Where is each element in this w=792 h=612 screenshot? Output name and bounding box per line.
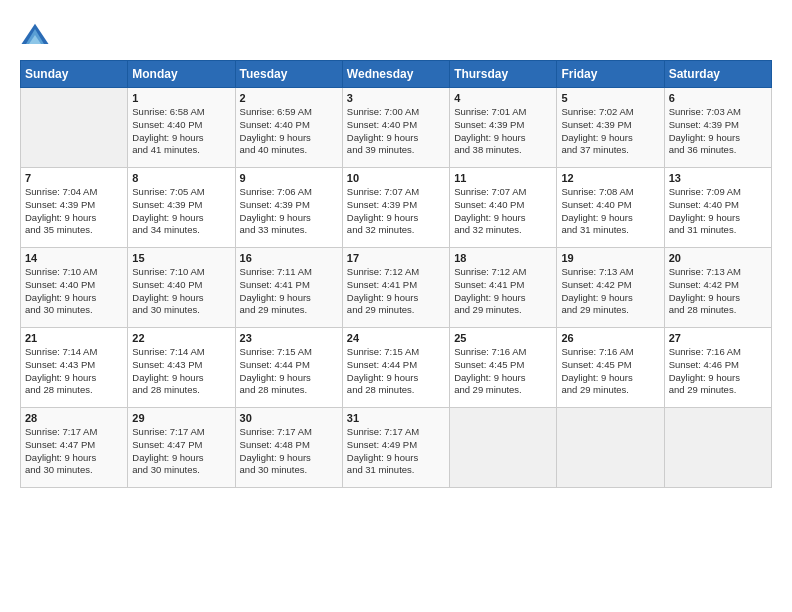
day-info: Sunrise: 7:09 AM Sunset: 4:40 PM Dayligh… [669,186,767,237]
day-info: Sunrise: 7:17 AM Sunset: 4:47 PM Dayligh… [132,426,230,477]
calendar-day-cell: 2Sunrise: 6:59 AM Sunset: 4:40 PM Daylig… [235,88,342,168]
day-info: Sunrise: 7:05 AM Sunset: 4:39 PM Dayligh… [132,186,230,237]
day-info: Sunrise: 7:15 AM Sunset: 4:44 PM Dayligh… [240,346,338,397]
day-number: 1 [132,92,230,104]
day-number: 9 [240,172,338,184]
day-number: 4 [454,92,552,104]
calendar-day-cell: 25Sunrise: 7:16 AM Sunset: 4:45 PM Dayli… [450,328,557,408]
day-number: 30 [240,412,338,424]
day-number: 22 [132,332,230,344]
day-number: 25 [454,332,552,344]
day-of-week-header: Tuesday [235,61,342,88]
day-info: Sunrise: 7:01 AM Sunset: 4:39 PM Dayligh… [454,106,552,157]
calendar-day-cell: 9Sunrise: 7:06 AM Sunset: 4:39 PM Daylig… [235,168,342,248]
day-number: 2 [240,92,338,104]
day-number: 11 [454,172,552,184]
day-info: Sunrise: 7:10 AM Sunset: 4:40 PM Dayligh… [25,266,123,317]
day-of-week-header: Saturday [664,61,771,88]
day-info: Sunrise: 7:06 AM Sunset: 4:39 PM Dayligh… [240,186,338,237]
day-number: 27 [669,332,767,344]
day-number: 16 [240,252,338,264]
day-info: Sunrise: 6:59 AM Sunset: 4:40 PM Dayligh… [240,106,338,157]
day-number: 21 [25,332,123,344]
calendar-day-cell: 12Sunrise: 7:08 AM Sunset: 4:40 PM Dayli… [557,168,664,248]
calendar-day-cell: 18Sunrise: 7:12 AM Sunset: 4:41 PM Dayli… [450,248,557,328]
day-number: 20 [669,252,767,264]
calendar-day-cell: 10Sunrise: 7:07 AM Sunset: 4:39 PM Dayli… [342,168,449,248]
calendar-day-cell: 17Sunrise: 7:12 AM Sunset: 4:41 PM Dayli… [342,248,449,328]
day-number: 31 [347,412,445,424]
calendar-day-cell: 3Sunrise: 7:00 AM Sunset: 4:40 PM Daylig… [342,88,449,168]
day-of-week-header: Friday [557,61,664,88]
page-header [20,20,772,50]
calendar-day-cell: 26Sunrise: 7:16 AM Sunset: 4:45 PM Dayli… [557,328,664,408]
day-of-week-header: Monday [128,61,235,88]
calendar-week-row: 1Sunrise: 6:58 AM Sunset: 4:40 PM Daylig… [21,88,772,168]
calendar-week-row: 14Sunrise: 7:10 AM Sunset: 4:40 PM Dayli… [21,248,772,328]
calendar-day-cell: 20Sunrise: 7:13 AM Sunset: 4:42 PM Dayli… [664,248,771,328]
calendar-day-cell: 7Sunrise: 7:04 AM Sunset: 4:39 PM Daylig… [21,168,128,248]
logo [20,20,55,50]
calendar-day-cell: 16Sunrise: 7:11 AM Sunset: 4:41 PM Dayli… [235,248,342,328]
day-info: Sunrise: 7:11 AM Sunset: 4:41 PM Dayligh… [240,266,338,317]
day-info: Sunrise: 7:07 AM Sunset: 4:39 PM Dayligh… [347,186,445,237]
day-info: Sunrise: 7:17 AM Sunset: 4:48 PM Dayligh… [240,426,338,477]
day-number: 10 [347,172,445,184]
day-number: 7 [25,172,123,184]
logo-icon [20,20,50,50]
day-number: 12 [561,172,659,184]
day-info: Sunrise: 7:02 AM Sunset: 4:39 PM Dayligh… [561,106,659,157]
day-number: 26 [561,332,659,344]
calendar-day-cell: 30Sunrise: 7:17 AM Sunset: 4:48 PM Dayli… [235,408,342,488]
day-number: 24 [347,332,445,344]
calendar-header-row: SundayMondayTuesdayWednesdayThursdayFrid… [21,61,772,88]
calendar-day-cell: 23Sunrise: 7:15 AM Sunset: 4:44 PM Dayli… [235,328,342,408]
day-info: Sunrise: 7:15 AM Sunset: 4:44 PM Dayligh… [347,346,445,397]
day-number: 19 [561,252,659,264]
calendar-day-cell: 6Sunrise: 7:03 AM Sunset: 4:39 PM Daylig… [664,88,771,168]
day-info: Sunrise: 7:14 AM Sunset: 4:43 PM Dayligh… [25,346,123,397]
day-info: Sunrise: 7:12 AM Sunset: 4:41 PM Dayligh… [347,266,445,317]
calendar-table: SundayMondayTuesdayWednesdayThursdayFrid… [20,60,772,488]
day-info: Sunrise: 7:12 AM Sunset: 4:41 PM Dayligh… [454,266,552,317]
day-of-week-header: Wednesday [342,61,449,88]
page-container: SundayMondayTuesdayWednesdayThursdayFrid… [0,0,792,498]
day-of-week-header: Sunday [21,61,128,88]
day-info: Sunrise: 7:08 AM Sunset: 4:40 PM Dayligh… [561,186,659,237]
calendar-day-cell: 31Sunrise: 7:17 AM Sunset: 4:49 PM Dayli… [342,408,449,488]
calendar-day-cell: 19Sunrise: 7:13 AM Sunset: 4:42 PM Dayli… [557,248,664,328]
day-number: 15 [132,252,230,264]
day-info: Sunrise: 7:14 AM Sunset: 4:43 PM Dayligh… [132,346,230,397]
day-info: Sunrise: 7:13 AM Sunset: 4:42 PM Dayligh… [561,266,659,317]
calendar-week-row: 21Sunrise: 7:14 AM Sunset: 4:43 PM Dayli… [21,328,772,408]
calendar-day-cell: 14Sunrise: 7:10 AM Sunset: 4:40 PM Dayli… [21,248,128,328]
day-number: 6 [669,92,767,104]
day-number: 8 [132,172,230,184]
calendar-day-cell: 11Sunrise: 7:07 AM Sunset: 4:40 PM Dayli… [450,168,557,248]
day-number: 18 [454,252,552,264]
calendar-day-cell [21,88,128,168]
day-info: Sunrise: 7:10 AM Sunset: 4:40 PM Dayligh… [132,266,230,317]
day-number: 5 [561,92,659,104]
day-info: Sunrise: 7:17 AM Sunset: 4:47 PM Dayligh… [25,426,123,477]
day-info: Sunrise: 7:16 AM Sunset: 4:45 PM Dayligh… [454,346,552,397]
calendar-week-row: 28Sunrise: 7:17 AM Sunset: 4:47 PM Dayli… [21,408,772,488]
calendar-day-cell: 21Sunrise: 7:14 AM Sunset: 4:43 PM Dayli… [21,328,128,408]
calendar-day-cell: 1Sunrise: 6:58 AM Sunset: 4:40 PM Daylig… [128,88,235,168]
day-number: 14 [25,252,123,264]
calendar-day-cell: 29Sunrise: 7:17 AM Sunset: 4:47 PM Dayli… [128,408,235,488]
calendar-day-cell [450,408,557,488]
day-info: Sunrise: 7:16 AM Sunset: 4:46 PM Dayligh… [669,346,767,397]
day-info: Sunrise: 7:04 AM Sunset: 4:39 PM Dayligh… [25,186,123,237]
calendar-day-cell: 15Sunrise: 7:10 AM Sunset: 4:40 PM Dayli… [128,248,235,328]
calendar-day-cell [664,408,771,488]
day-number: 28 [25,412,123,424]
calendar-day-cell: 27Sunrise: 7:16 AM Sunset: 4:46 PM Dayli… [664,328,771,408]
day-info: Sunrise: 7:03 AM Sunset: 4:39 PM Dayligh… [669,106,767,157]
day-info: Sunrise: 7:16 AM Sunset: 4:45 PM Dayligh… [561,346,659,397]
day-number: 13 [669,172,767,184]
calendar-day-cell: 28Sunrise: 7:17 AM Sunset: 4:47 PM Dayli… [21,408,128,488]
day-number: 17 [347,252,445,264]
day-number: 3 [347,92,445,104]
calendar-day-cell: 4Sunrise: 7:01 AM Sunset: 4:39 PM Daylig… [450,88,557,168]
